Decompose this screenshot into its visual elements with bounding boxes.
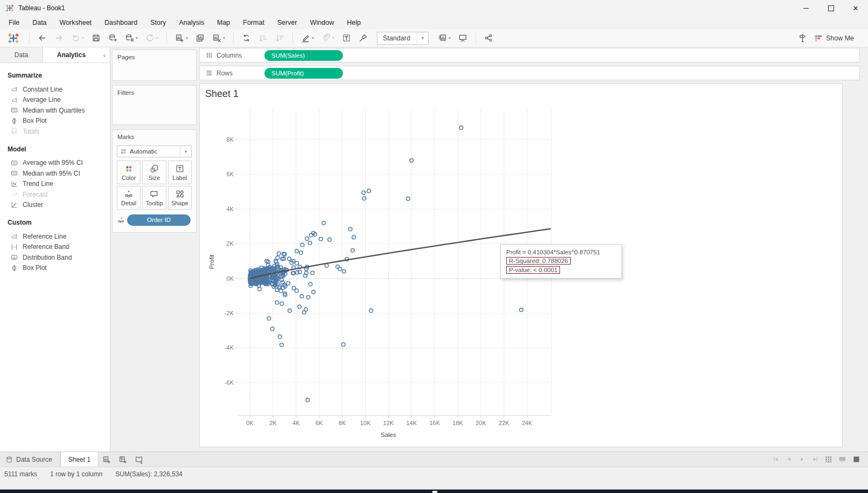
menu-map[interactable]: Map xyxy=(211,17,236,29)
share-button[interactable] xyxy=(481,32,496,44)
scatter-mark[interactable] xyxy=(258,287,262,291)
scatter-mark[interactable] xyxy=(459,126,463,130)
marks-color-button[interactable]: Color xyxy=(117,161,141,184)
x-axis-title[interactable]: Sales xyxy=(381,432,396,438)
scatter-mark[interactable] xyxy=(311,271,314,275)
menu-format[interactable]: Format xyxy=(236,17,271,29)
new-dashboard-tab-button[interactable] xyxy=(115,452,131,467)
scatter-mark[interactable] xyxy=(286,282,290,286)
marks-label-button[interactable]: Label xyxy=(168,161,192,184)
scatter-mark[interactable] xyxy=(275,301,279,304)
dropdown-caret-icon[interactable]: ▾ xyxy=(449,36,451,40)
sheet-sorter-button[interactable] xyxy=(822,455,835,463)
filmstrip-button[interactable] xyxy=(836,455,849,463)
analytics-item-distribution-band[interactable]: Distribution Band xyxy=(0,252,110,263)
y-axis-title[interactable]: Profit xyxy=(208,254,215,269)
menu-window[interactable]: Window xyxy=(304,17,340,29)
dropdown-caret-icon[interactable]: ▾ xyxy=(223,36,225,40)
pages-card[interactable]: Pages xyxy=(112,50,197,81)
menu-data[interactable]: Data xyxy=(26,17,53,29)
scatter-mark[interactable] xyxy=(306,398,310,402)
scatter-mark[interactable] xyxy=(278,335,282,339)
scatter-mark[interactable] xyxy=(298,305,302,309)
scatter-mark[interactable] xyxy=(280,343,284,347)
analytics-item-reference-line[interactable]: Reference Line xyxy=(0,231,110,242)
scatter-mark[interactable] xyxy=(309,282,312,286)
analytics-item-box-plot[interactable]: Box Plot xyxy=(0,263,110,274)
scatter-mark[interactable] xyxy=(271,327,275,331)
show-hide-cards-button[interactable] xyxy=(795,32,810,44)
new-worksheet-button[interactable]: ▾ xyxy=(172,32,191,44)
scatter-mark[interactable] xyxy=(288,257,291,261)
scatter-mark[interactable] xyxy=(300,295,304,298)
tab-analytics[interactable]: Analytics xyxy=(43,47,100,63)
analytics-item-constant-line[interactable]: Constant Line xyxy=(0,84,110,95)
dropdown-caret-icon[interactable]: ▾ xyxy=(136,36,138,40)
marks-size-button[interactable]: Size xyxy=(142,161,166,184)
scatter-mark[interactable] xyxy=(305,237,309,241)
marks-detail-button[interactable]: Detail xyxy=(117,186,141,210)
maximize-button[interactable] xyxy=(818,0,843,16)
analytics-item-reference-band[interactable]: Reference Band xyxy=(0,242,110,253)
text-label-button[interactable] xyxy=(339,32,354,44)
filters-card[interactable]: Filters xyxy=(112,85,197,125)
scatter-mark[interactable] xyxy=(295,249,299,253)
scatter-mark[interactable] xyxy=(348,227,352,231)
highlight-button[interactable]: ▾ xyxy=(298,32,317,44)
show-mark-labels-button[interactable]: ▾ xyxy=(435,32,453,44)
show-me-button[interactable]: Show Me xyxy=(811,32,857,44)
pill-sum-sales[interactable]: SUM(Sales) xyxy=(264,50,343,61)
swap-rows-columns-button[interactable] xyxy=(239,32,254,44)
marks-shape-button[interactable]: Shape xyxy=(168,186,192,210)
new-data-source-button[interactable] xyxy=(106,32,120,44)
scatter-mark[interactable] xyxy=(299,251,303,255)
current-sheet-button[interactable] xyxy=(850,455,863,463)
new-worksheet-tab-button[interactable] xyxy=(99,452,115,467)
marks-tooltip-button[interactable]: Tooltip xyxy=(142,186,166,210)
scatter-mark[interactable] xyxy=(267,317,271,321)
close-button[interactable]: ✕ xyxy=(843,0,868,16)
scatter-mark[interactable] xyxy=(277,252,281,255)
mark-type-select[interactable]: Automatic ▾ xyxy=(117,145,192,157)
scatter-mark[interactable] xyxy=(288,309,292,313)
analytics-item-median-with-95-ci[interactable]: Median with 95% CI xyxy=(0,168,110,179)
scatter-mark[interactable] xyxy=(352,235,356,239)
menu-analysis[interactable]: Analysis xyxy=(172,17,211,29)
dropdown-caret-icon[interactable]: ▾ xyxy=(82,36,84,40)
dropdown-caret-icon[interactable]: ▾ xyxy=(186,36,188,40)
scatter-mark[interactable] xyxy=(351,249,355,253)
rows-shelf[interactable]: Rows SUM(Profit) xyxy=(199,66,860,80)
analytics-item-box-plot[interactable]: Box Plot xyxy=(0,116,110,127)
menu-dashboard[interactable]: Dashboard xyxy=(98,17,144,29)
minimize-button[interactable] xyxy=(794,0,818,16)
columns-shelf[interactable]: Columns SUM(Sales) xyxy=(199,48,860,63)
scatter-mark[interactable] xyxy=(304,308,308,311)
undo-button[interactable] xyxy=(35,32,50,44)
chevron-down-icon[interactable]: ▾ xyxy=(417,32,428,44)
scatter-mark[interactable] xyxy=(338,267,342,271)
clear-sheet-button[interactable]: ▾ xyxy=(209,32,228,44)
scatter-mark[interactable] xyxy=(300,243,304,247)
dropdown-caret-icon[interactable]: ▾ xyxy=(332,36,334,40)
collapse-pane-icon[interactable]: ‹ xyxy=(100,47,110,63)
analytics-item-median-with-quartiles[interactable]: Median with Quartiles xyxy=(0,105,110,116)
menu-story[interactable]: Story xyxy=(144,17,172,29)
scatter-mark[interactable] xyxy=(280,302,284,305)
scatter-mark[interactable] xyxy=(342,269,346,273)
scatter-mark[interactable] xyxy=(369,309,373,313)
analytics-item-average-with-95-ci[interactable]: Average with 95% CI xyxy=(0,158,110,169)
analytics-item-cluster[interactable]: Cluster xyxy=(0,200,110,211)
duplicate-button[interactable] xyxy=(193,32,207,44)
presentation-mode-button[interactable] xyxy=(456,32,470,44)
dropdown-caret-icon[interactable]: ▾ xyxy=(156,36,158,40)
pill-order-id[interactable]: Order ID xyxy=(127,214,191,226)
menu-server[interactable]: Server xyxy=(271,17,304,29)
pause-updates-button[interactable]: ▾ xyxy=(122,32,141,44)
pill-sum-profit[interactable]: SUM(Profit) xyxy=(264,68,343,79)
scatter-mark[interactable] xyxy=(275,288,279,292)
scatter-mark[interactable] xyxy=(312,290,316,294)
save-button[interactable] xyxy=(89,32,103,44)
tab-data[interactable]: Data xyxy=(0,47,43,63)
scatter-mark[interactable] xyxy=(367,189,371,193)
scatter-mark[interactable] xyxy=(295,289,299,293)
